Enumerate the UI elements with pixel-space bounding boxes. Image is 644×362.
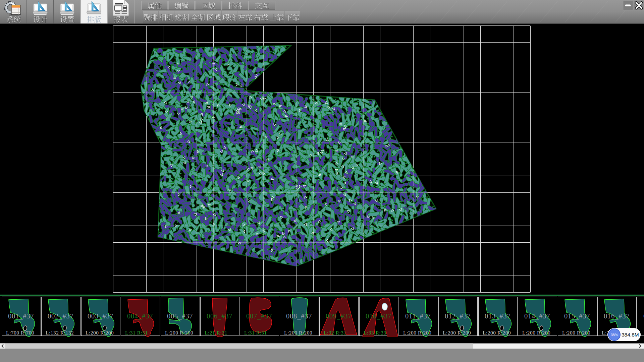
svg-text:L:200 R:200: L:200 R:200 — [562, 330, 590, 336]
svg-text:013_#37: 013_#37 — [485, 312, 511, 320]
svg-text:L:132 R:132: L:132 R:132 — [46, 330, 74, 336]
svg-text:L:700 R:700: L:700 R:700 — [6, 330, 34, 336]
svg-text:L:200 R:200: L:200 R:200 — [86, 330, 114, 336]
svg-text:L:32 R:31: L:32 R:31 — [324, 330, 346, 336]
svg-text:001_#37: 001_#37 — [8, 312, 34, 320]
svg-text:384.8M: 384.8M — [622, 332, 639, 338]
svg-text:010_#37: 010_#37 — [366, 312, 391, 320]
svg-text:008_#37: 008_#37 — [286, 312, 312, 320]
svg-text:015_#37: 015_#37 — [564, 312, 590, 320]
svg-text:L:200 R:200: L:200 R:200 — [165, 330, 193, 336]
svg-text:L:200 R:200: L:200 R:200 — [443, 330, 471, 336]
svg-text:005_#37: 005_#37 — [167, 312, 193, 320]
svg-text:007_#37: 007_#37 — [246, 312, 272, 320]
svg-text:011_#37: 011_#37 — [405, 312, 431, 320]
svg-text:38%: 38% — [611, 333, 618, 337]
svg-text:002_#37: 002_#37 — [48, 312, 73, 320]
svg-text:L:200 R:200: L:200 R:200 — [403, 330, 431, 336]
svg-text:014_#37: 014_#37 — [524, 312, 550, 320]
svg-text:012_#37: 012_#37 — [445, 312, 471, 320]
svg-text:009_#37: 009_#37 — [326, 312, 352, 320]
svg-text:L:21 R:21: L:21 R:21 — [205, 330, 227, 336]
svg-text:L:200 R:200: L:200 R:200 — [284, 330, 312, 336]
svg-text:L:31 R:31: L:31 R:31 — [244, 330, 267, 336]
svg-text:L:33 R:33: L:33 R:33 — [364, 330, 386, 336]
svg-text:003_#37: 003_#37 — [88, 312, 113, 320]
svg-text:L:200 R:200: L:200 R:200 — [483, 330, 511, 336]
svg-text:006_#37: 006_#37 — [207, 312, 232, 320]
svg-text:016_#37: 016_#37 — [604, 312, 630, 320]
svg-text:004_#37: 004_#37 — [127, 312, 153, 320]
svg-text:L:200 R:200: L:200 R:200 — [522, 330, 550, 336]
svg-text:L:31 R:31: L:31 R:31 — [125, 330, 148, 336]
